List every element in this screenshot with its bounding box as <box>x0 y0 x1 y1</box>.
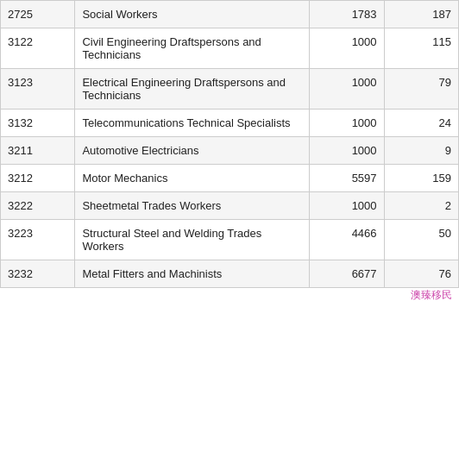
occupation-code: 3132 <box>1 110 75 137</box>
occupation-code: 3212 <box>1 165 75 192</box>
occupation-num1: 1000 <box>310 110 384 137</box>
occupation-num2: 115 <box>384 28 458 69</box>
occupation-num1: 1000 <box>310 137 384 165</box>
table-row: 3132Telecommunications Technical Special… <box>1 110 459 137</box>
occupation-num1: 1000 <box>310 28 384 69</box>
occupation-name: Automotive Electricians <box>75 137 310 165</box>
occupation-num1: 1000 <box>310 69 384 110</box>
occupation-name: Metal Fitters and Machinists <box>75 260 310 288</box>
occupation-num2: 79 <box>384 69 458 110</box>
occupation-name: Social Workers <box>75 1 310 28</box>
occupation-num2: 76 <box>384 260 458 288</box>
occupation-name: Sheetmetal Trades Workers <box>75 192 310 220</box>
occupation-num2: 187 <box>384 1 458 28</box>
occupation-code: 3211 <box>1 137 75 165</box>
occupation-num2: 9 <box>384 137 458 165</box>
occupation-name: Civil Engineering Draftspersons and Tech… <box>75 28 310 69</box>
occupation-num1: 1783 <box>310 1 384 28</box>
occupation-code: 3223 <box>1 220 75 260</box>
table-row: 2725Social Workers1783187 <box>1 1 459 28</box>
occupation-name: Motor Mechanics <box>75 165 310 192</box>
table-row: 3223Structural Steel and Welding Trades … <box>1 220 459 260</box>
occupation-name: Telecommunications Technical Specialists <box>75 110 310 137</box>
table-row: 3122Civil Engineering Draftspersons and … <box>1 28 459 69</box>
occupation-code: 3123 <box>1 69 75 110</box>
occupations-table: 2725Social Workers17831873122Civil Engin… <box>0 0 459 288</box>
table-row: 3123Electrical Engineering Draftspersons… <box>1 69 459 110</box>
occupation-num1: 5597 <box>310 165 384 192</box>
occupation-num2: 159 <box>384 165 458 192</box>
occupation-num2: 50 <box>384 220 458 260</box>
table-row: 3212Motor Mechanics5597159 <box>1 165 459 192</box>
table-row: 3222Sheetmetal Trades Workers10002 <box>1 192 459 220</box>
table-row: 3211Automotive Electricians10009 <box>1 137 459 165</box>
occupation-name: Structural Steel and Welding Trades Work… <box>75 220 310 260</box>
watermark: 澳臻移民 <box>0 288 459 304</box>
occupation-code: 3222 <box>1 192 75 220</box>
occupation-code: 2725 <box>1 1 75 28</box>
occupation-name: Electrical Engineering Draftspersons and… <box>75 69 310 110</box>
occupation-num1: 4466 <box>310 220 384 260</box>
occupation-num2: 24 <box>384 110 458 137</box>
occupation-num1: 1000 <box>310 192 384 220</box>
occupation-code: 3122 <box>1 28 75 69</box>
table-row: 3232Metal Fitters and Machinists667776 <box>1 260 459 288</box>
occupation-num2: 2 <box>384 192 458 220</box>
occupation-num1: 6677 <box>310 260 384 288</box>
occupation-code: 3232 <box>1 260 75 288</box>
